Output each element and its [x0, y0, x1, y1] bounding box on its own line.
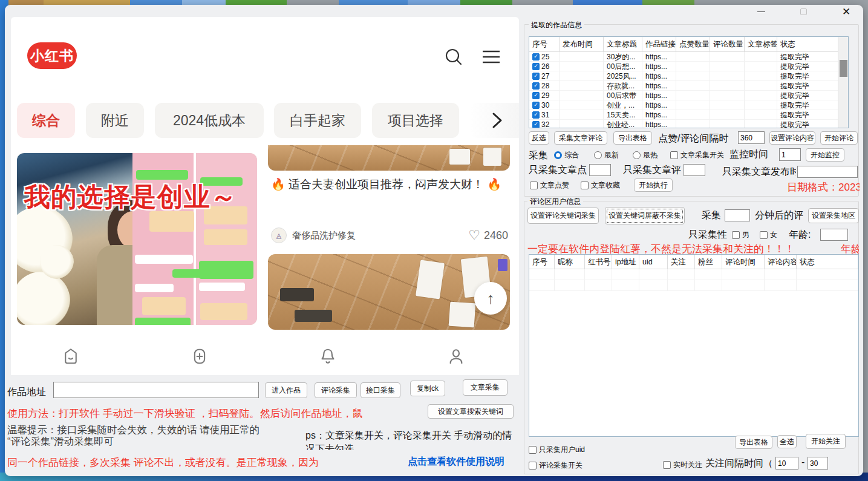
help-link[interactable]: 点击查看软件使用说明 [408, 456, 504, 468]
start-comment-button[interactable]: 开始评论 [820, 131, 858, 145]
article-collect-switch-checkbox[interactable]: 文章采集开关 [670, 150, 724, 160]
empty-row [529, 280, 858, 291]
notifications-icon[interactable] [319, 347, 337, 368]
table-row[interactable]: ✓29 00后求带https... 提取完毕 [529, 91, 839, 100]
set-region-button[interactable]: 设置采集地区 [808, 208, 859, 223]
address-input[interactable] [53, 382, 259, 398]
row-checkbox[interactable]: ✓ [532, 82, 540, 90]
follow-interval-max-input[interactable] [808, 457, 828, 470]
follow-interval-min-input[interactable] [775, 457, 798, 470]
table-row[interactable]: ✓30 创业，...https... 提取完毕 [529, 100, 839, 110]
row-checkbox[interactable]: ✓ [532, 53, 540, 61]
tab-dichengben[interactable]: 2024低成本 [155, 103, 264, 138]
realtime-follow-checkbox[interactable]: 实时关注 [663, 460, 702, 470]
comment-collect-button[interactable]: 评论采集 [315, 382, 357, 398]
only-likes-input[interactable] [589, 164, 611, 176]
export-table-button[interactable]: 导出表格 [613, 131, 652, 145]
author-name[interactable]: 奢侈品洗护修复 [292, 230, 356, 241]
select-all-button[interactable]: 全选 [777, 435, 797, 448]
post-title[interactable]: 🔥 适合夫妻创业项目推荐，闷声发大财！ 🔥 [271, 175, 508, 193]
set-keyword-block-button[interactable]: 设置关键词屏蔽不采集 [605, 207, 685, 224]
post-image-top[interactable] [268, 145, 510, 171]
table-scrollbar[interactable] [838, 37, 848, 128]
row-checkbox[interactable]: ✓ [532, 121, 540, 128]
set-comment-keyword-button[interactable]: 设置评论关键词采集 [527, 208, 599, 224]
only-publish-input[interactable] [797, 166, 858, 178]
start-execute-button[interactable]: 开始执行 [634, 178, 673, 192]
invert-selection-button[interactable]: 反选 [529, 131, 549, 145]
tab-fujin[interactable]: 附近 [86, 103, 144, 138]
menu-icon[interactable] [481, 48, 501, 68]
collect-minutes-input[interactable] [725, 209, 750, 221]
table-row[interactable]: ✓28 存款就...https... 提取完毕 [529, 81, 839, 91]
only-comments-input[interactable] [684, 164, 705, 176]
group1-title: 提取的作品信息 [529, 20, 584, 30]
table-row[interactable]: ✓26 00后想...https... 提取完毕 [529, 62, 839, 71]
article-fav-checkbox[interactable]: 文章收藏 [581, 180, 620, 191]
collect-comments-button[interactable]: 采集文章评论 [554, 131, 607, 145]
close-button[interactable]: ✕ [840, 6, 852, 17]
article-like-checkbox[interactable]: 文章点赞 [530, 180, 569, 191]
home-icon[interactable] [62, 347, 80, 368]
usage-instructions: 使用方法：打开软件 手动过一下滑块验证 ，扫码登陆。然后访问作品地址，鼠 [7, 407, 399, 420]
comment-collect-switch-checkbox[interactable]: 评论采集开关 [529, 460, 582, 471]
checkbox-icon [530, 182, 538, 189]
radio-icon [633, 151, 641, 159]
more-tabs-chevron[interactable] [470, 103, 519, 138]
minimize-icon [757, 11, 765, 12]
start-monitor-button[interactable]: 开始监控 [806, 148, 844, 162]
search-icon[interactable] [443, 46, 465, 70]
author-avatar[interactable]: ◬ [271, 227, 287, 243]
post-card-image[interactable]: 我的选择是创业～ [17, 153, 257, 325]
users-table-header: 序号昵称 红书号ip地址 uid关注 粉丝评论时间 评论内容状态 [529, 255, 858, 269]
api-collect-button[interactable]: 接口采集 [361, 382, 400, 398]
interval-dash: - [801, 457, 804, 468]
only-comments-label: 只采集文章评 [623, 164, 681, 177]
checkbox-icon [663, 461, 671, 469]
export-users-button[interactable]: 导出表格 [735, 436, 772, 449]
set-comment-content-button[interactable]: 设置评论内容 [769, 131, 815, 145]
row-checkbox[interactable]: ✓ [532, 111, 540, 119]
enter-post-button[interactable]: 进入作品 [265, 382, 307, 398]
tab-zonghe[interactable]: 综合 [17, 103, 75, 138]
female-checkbox[interactable]: 女 [760, 230, 777, 240]
profile-icon[interactable] [447, 347, 465, 368]
monitor-time-input[interactable] [779, 148, 801, 161]
tab-xiangmuxuanze[interactable]: 项目选择 [372, 103, 459, 138]
row-checkbox[interactable]: ✓ [532, 92, 540, 99]
users-table: 序号昵称 红书号ip地址 uid关注 粉丝评论时间 评论内容状态 [529, 254, 859, 437]
row-checkbox[interactable]: ✓ [532, 73, 540, 80]
row-checkbox[interactable]: ✓ [532, 102, 540, 109]
card-overlay-text: 我的选择是创业～ [24, 180, 254, 215]
radio-zuixin[interactable]: 最新 [594, 150, 619, 160]
maximize-button[interactable] [797, 6, 809, 17]
post-image-boxes[interactable] [268, 254, 510, 330]
table-row[interactable]: ✓25 30岁的...https... 提取完毕 [529, 52, 839, 62]
scroll-to-top-button[interactable]: ↑ [474, 282, 507, 315]
age-input[interactable] [820, 229, 848, 241]
date-format-label: 日期格式：2023- [787, 180, 860, 194]
group2-title: 评论区用户信息 [527, 197, 583, 207]
row-checkbox[interactable]: ✓ [532, 63, 540, 70]
radio-zonghe[interactable]: 综合 [554, 150, 579, 160]
tab-baishouqijia[interactable]: 白手起家 [274, 103, 361, 138]
table-row[interactable]: ✓27 2025风...https... 提取完毕 [529, 71, 839, 81]
minimize-button[interactable] [755, 6, 767, 17]
male-checkbox[interactable]: 男 [732, 230, 749, 240]
radio-zuire[interactable]: 最热 [633, 150, 658, 160]
follow-interval-label: 关注间隔时间（ [705, 457, 773, 470]
table-row[interactable]: ✓31 15天卖...https... 提取完毕 [529, 110, 839, 120]
publish-icon[interactable] [191, 347, 209, 368]
collect-label: 采集 [529, 149, 548, 162]
table-row[interactable]: ✓32 创业经...https... 提取完毕 [529, 120, 839, 128]
copy-ck-button[interactable]: 复制ck [410, 381, 445, 396]
article-collect-button[interactable]: 文章采集 [463, 379, 507, 396]
close-icon: ✕ [842, 7, 850, 17]
interval-input[interactable] [738, 131, 765, 144]
start-follow-button[interactable]: 开始关注 [806, 434, 846, 449]
checkbox-icon [529, 462, 537, 470]
set-search-keywords-button[interactable]: 设置文章搜索关键词 [428, 404, 514, 419]
like-counter[interactable]: ♡ 2460 [468, 227, 508, 243]
scrollbar-thumb[interactable] [840, 60, 847, 77]
only-uid-checkbox[interactable]: 只采集用户uid [529, 445, 585, 455]
